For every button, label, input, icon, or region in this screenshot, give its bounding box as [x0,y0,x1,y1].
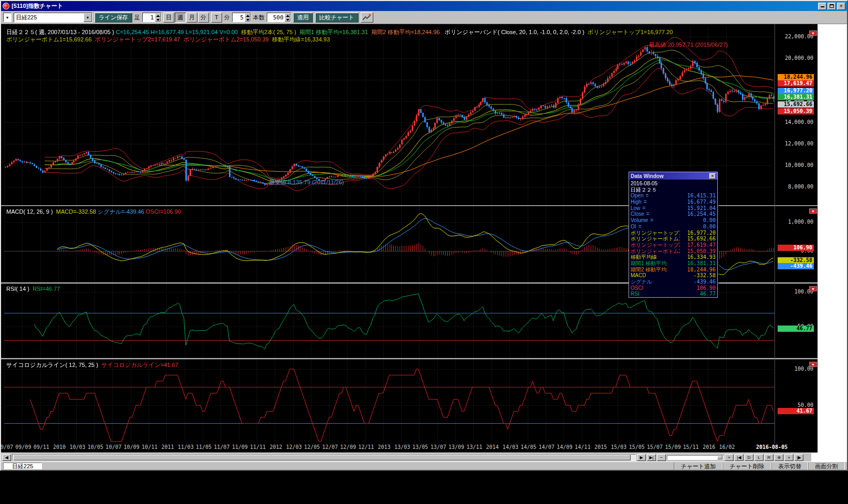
app-icon [3,3,9,9]
data-window-row: Volume=0.00 [631,217,716,224]
scroll-tool-button[interactable]: ⊕ [774,454,783,461]
scroll-tool-button[interactable]: D [745,454,753,461]
psych-line-panel-canvas[interactable] [4,360,774,444]
apply-button[interactable]: 適用 [293,13,313,23]
header-segment: ボリンジャーボトム1=15,692.66 [6,36,93,43]
spinner-arrows-icon[interactable] [245,13,250,22]
axis-price-tag: 16,977.20 [778,88,814,94]
tick-period-button[interactable]: T [211,13,222,23]
status-actions: チャート追加 チャート削除 表示切替 画面分割 [674,463,845,470]
zoom-slider[interactable] [667,455,724,460]
compare-chart-button[interactable]: 比較チャート [315,13,359,23]
scroll-tool-button[interactable]: − [657,454,666,461]
scroll-tool-button[interactable]: + [725,454,734,461]
axis-price-tag: 16,381.31 [778,94,814,100]
zoom-slider-thumb[interactable] [717,456,723,459]
bars-label: 本数 [253,14,265,22]
panel-collapse-button[interactable]: ▼ [809,30,817,36]
minimize-icon [821,6,824,7]
chart-tab-nikkei225[interactable]: 日経225 [3,463,42,469]
header-segment: MACD( 12, 26, 9 ) [6,208,56,215]
period-button-分[interactable]: 分 [198,13,209,23]
data-window-row: ボリンジャーボトム215,050.39 [631,248,716,255]
right-gutter [818,24,847,453]
bars-spinner[interactable]: 500 [267,13,291,22]
scroll-right-arrow[interactable]: ▶ [637,454,646,461]
scroll-tool-button[interactable]: R [765,454,773,461]
header-segment: サイコロジカルライン( 12, 75, 25 ) [6,362,101,368]
axis-price-tag: 15,050.39 [778,108,814,114]
data-window-row: 期間2 移動平均18,244.96 [631,267,716,273]
header-segment: 移動平均2本( 25, 75 ) [238,29,298,35]
axis-price-tag: 18,244.96 [778,74,814,80]
symbol-select[interactable]: 日経225 ▼ [14,13,92,23]
data-window-rows: 2016-08-05日経２２５Open=16,415.31High=16,677… [629,180,717,297]
panel-header-main: 日経２２５( 週, 2007/01/13 - 2016/08/05 ) C=16… [6,28,673,36]
toolbar: ▼ 日経225 ▼ ライン保存 足 1 日週月分 T 分 5 本数 500 適用… [1,11,847,24]
data-window-row: ボリンジャーボトム115,692.66 [631,236,716,242]
axis-separator [774,24,775,444]
header-segment: MACD=-332.58 [56,208,96,215]
line-save-button[interactable]: ライン保存 [95,13,132,23]
scroll-left-arrow[interactable]: ◀ [2,454,11,461]
panel-collapse-button[interactable]: ▼ [809,286,817,291]
minimize-button[interactable] [818,3,826,10]
period-buttons: 日週月分 [163,13,209,23]
scroll-tool-button[interactable]: |◀ [735,454,744,461]
data-window-close-button[interactable]: × [709,173,716,179]
panel-collapse-button[interactable]: ▼ [809,362,817,367]
data-window-row: Low=15,921.04 [631,205,716,212]
period-button-週[interactable]: 週 [175,13,186,23]
split-screen-button[interactable]: 画面分割 [808,463,845,470]
header-segment: ボリンジャートップ1=16,977.20 [586,29,673,35]
data-window-title: Data Window [631,173,709,179]
minute-spinner[interactable]: 5 [232,13,251,22]
data-window[interactable]: Data Window × 2016-08-05日経２２５Open=16,415… [629,172,718,298]
data-window-row: ボリンジャートップ217,619.47 [631,242,716,248]
axis-tick: 1,000.00 [777,219,813,225]
axis-tick: 8,000.00 [777,184,813,190]
trendline-tool-icon[interactable] [361,12,373,23]
spinner-arrows-icon[interactable] [285,13,290,22]
maximize-icon [830,4,834,8]
chart-menu-button[interactable]: ▼ [3,13,12,22]
delete-chart-button[interactable]: チャート削除 [723,463,771,470]
title-bar[interactable]: [5110]指数チャート × [1,1,847,11]
chevron-down-icon[interactable]: ▼ [83,13,92,22]
x-axis-cursor-date: 2016-08-05 [751,444,793,450]
axis-price-tag: -439.46 [778,263,814,269]
data-window-row: OSCI106.90 [631,285,716,291]
panel-collapse-button[interactable]: ▼ [809,208,817,214]
scrollbar-track[interactable] [12,454,636,461]
data-window-row: Open=16,415.31 [631,193,716,199]
window-title: [5110]指数チャート [12,2,817,10]
header-segment: ボリンジャーボトム2=15,050.39 [182,36,270,43]
spinner-arrows-icon[interactable] [155,13,161,22]
chart-panel-container: Data Window × 2016-08-05日経２２５Open=16,415… [1,24,818,453]
maximize-button[interactable] [828,3,836,10]
scrollbar-thumb[interactable] [13,455,631,460]
axis-price-tag: 106.90 [778,245,814,251]
period-button-月[interactable]: 月 [186,13,197,23]
period-button-日[interactable]: 日 [163,13,174,23]
data-window-row: ボリンジャートップ116,977.20 [631,230,716,236]
panel-splitter[interactable] [1,358,818,360]
scroll-tool-button[interactable]: |▶ [794,454,803,461]
bars-value: 500 [267,13,285,22]
header-segment: 期間2 移動平均=18,244.96 [370,29,442,35]
axis-price-tag: 41.67 [778,408,814,414]
scroll-tool-button[interactable]: × [784,454,793,461]
scroll-tool-button[interactable]: L [755,454,763,461]
header-segment: C=16,254.45 H=16,677.49 L=15,921.04 V=0.… [116,29,238,35]
toggle-display-button[interactable]: 表示切替 [771,463,808,470]
scroll-tool-button[interactable]: ▶| [647,454,656,461]
data-window-title-bar[interactable]: Data Window × [629,172,717,180]
panel-header-main: ボリンジャーボトム1=15,692.66 ボリンジャートップ2=17,619.4… [6,36,330,44]
header-segment: ボリンジャートップ2=17,619.47 [93,36,182,43]
app-window: [5110]指数チャート × ▼ 日経225 ▼ ライン保存 足 1 日週月分 … [0,0,848,471]
ashi-count-spinner[interactable]: 1 [142,13,161,22]
close-button[interactable]: × [837,3,845,10]
axis-tick: 100.00 [777,289,813,295]
axis-tick: 50.00 [777,402,813,408]
add-chart-button[interactable]: チャート追加 [674,463,723,470]
